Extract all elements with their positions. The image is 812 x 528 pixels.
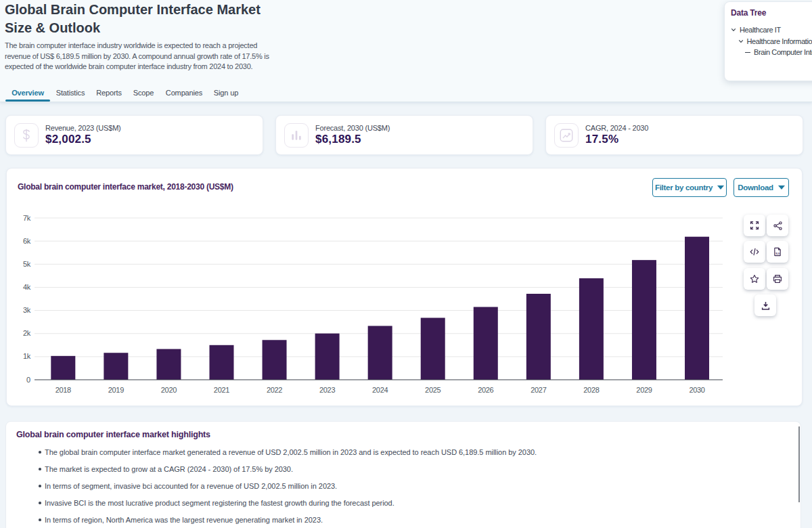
svg-text:2024: 2024: [372, 386, 388, 394]
svg-text:2029: 2029: [636, 386, 652, 394]
svg-text:2021: 2021: [214, 386, 229, 394]
svg-text:4k: 4k: [23, 283, 31, 291]
svg-text:2018: 2018: [55, 386, 71, 394]
svg-text:3k: 3k: [23, 306, 31, 314]
svg-text:5k: 5k: [23, 260, 31, 268]
svg-text:1k: 1k: [23, 352, 31, 360]
svg-text:2019: 2019: [108, 386, 124, 394]
svg-text:2020: 2020: [161, 386, 177, 394]
svg-text:2030: 2030: [689, 386, 704, 394]
svg-text:2023: 2023: [319, 386, 335, 394]
svg-text:2025: 2025: [425, 386, 441, 394]
svg-text:7k: 7k: [23, 214, 31, 222]
svg-text:0: 0: [26, 376, 30, 384]
svg-text:XLS: XLS: [775, 252, 780, 255]
svg-text:2k: 2k: [23, 329, 31, 337]
svg-text:2026: 2026: [478, 386, 493, 394]
svg-text:6k: 6k: [23, 237, 31, 245]
svg-text:2027: 2027: [531, 386, 546, 394]
svg-text:2028: 2028: [583, 386, 599, 394]
svg-text:2022: 2022: [267, 386, 282, 394]
